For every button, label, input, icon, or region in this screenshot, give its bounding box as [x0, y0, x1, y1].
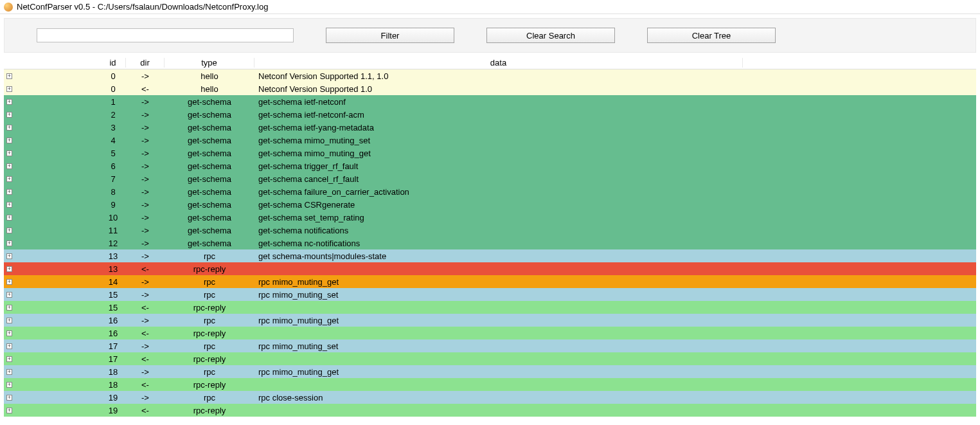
cell-id: 0 — [100, 84, 126, 94]
expand-toggle[interactable]: + — [4, 318, 100, 323]
expand-toggle[interactable]: + — [4, 266, 100, 272]
expand-toggle[interactable]: + — [4, 202, 100, 208]
cell-id: 17 — [100, 354, 126, 364]
table-row[interactable]: +12->get-schemaget-schema nc-notificatio… — [4, 237, 976, 249]
cell-type: get-schema — [165, 200, 254, 210]
cell-dir: -> — [126, 71, 165, 81]
expand-toggle[interactable]: + — [4, 112, 100, 118]
cell-data: get-schema cancel_rf_fault — [254, 174, 743, 184]
cell-data: rpc close-session — [254, 393, 743, 402]
expand-toggle[interactable]: + — [4, 73, 100, 79]
expand-toggle[interactable]: + — [4, 138, 100, 143]
cell-id: 16 — [100, 329, 126, 338]
cell-type: get-schema — [165, 161, 254, 171]
expand-toggle[interactable]: + — [4, 176, 100, 182]
table-row[interactable]: +18->rpcrpc mimo_muting_get — [4, 365, 976, 378]
expand-toggle[interactable]: + — [4, 86, 100, 92]
table-row[interactable]: +13<-rpc-reply — [4, 262, 976, 275]
cell-data: get-schema ietf-netconf — [254, 97, 743, 107]
table-row[interactable]: +17<-rpc-reply — [4, 352, 976, 365]
cell-dir: -> — [126, 123, 165, 132]
table-row[interactable]: +2->get-schemaget-schema ietf-netconf-ac… — [4, 108, 976, 121]
expand-toggle[interactable]: + — [4, 369, 100, 375]
expand-toggle[interactable]: + — [4, 330, 100, 336]
expand-toggle[interactable]: + — [4, 382, 100, 388]
table-row[interactable]: +19<-rpc-reply — [4, 404, 976, 417]
expand-toggle[interactable]: + — [4, 215, 100, 221]
expand-toggle[interactable]: + — [4, 292, 100, 298]
expand-toggle[interactable]: + — [4, 125, 100, 131]
cell-id: 4 — [100, 136, 126, 145]
plus-icon: + — [6, 73, 12, 79]
cell-id: 19 — [100, 393, 126, 402]
plus-icon: + — [6, 356, 12, 362]
plus-icon: + — [6, 292, 12, 298]
cell-type: rpc — [165, 393, 254, 402]
app-icon — [4, 3, 13, 12]
filter-button[interactable]: Filter — [326, 28, 454, 43]
table-row[interactable]: +18<-rpc-reply — [4, 378, 976, 391]
cell-id: 18 — [100, 367, 126, 377]
table-row[interactable]: +5->get-schemaget-schema mimo_muting_get — [4, 147, 976, 159]
expand-toggle[interactable]: + — [4, 279, 100, 285]
plus-icon: + — [6, 382, 12, 388]
cell-type: rpc — [165, 316, 254, 325]
table-row[interactable]: +11->get-schemaget-schema notifications — [4, 224, 976, 237]
table-row[interactable]: +17->rpcrpc mimo_muting_set — [4, 339, 976, 352]
cell-id: 9 — [100, 200, 126, 210]
cell-type: rpc — [165, 290, 254, 300]
cell-dir: <- — [126, 84, 165, 94]
table-row[interactable]: +9->get-schemaget-schema CSRgenerate — [4, 198, 976, 211]
table-row[interactable]: +1->get-schemaget-schema ietf-netconf — [4, 95, 976, 108]
plus-icon: + — [6, 305, 12, 311]
expand-toggle[interactable]: + — [4, 163, 100, 169]
cell-id: 15 — [100, 290, 126, 300]
col-type: type — [165, 58, 254, 68]
expand-toggle[interactable]: + — [4, 343, 100, 349]
cell-type: rpc — [165, 367, 254, 377]
table-row[interactable]: +6->get-schemaget-schema trigger_rf_faul… — [4, 159, 976, 172]
search-input[interactable] — [37, 28, 294, 42]
table-row[interactable]: +13->rpcget schema-mounts|modules-state — [4, 249, 976, 262]
table-row[interactable]: +19->rpcrpc close-session — [4, 391, 976, 404]
expand-toggle[interactable]: + — [4, 228, 100, 233]
table-row[interactable]: +10->get-schemaget-schema set_temp_ratin… — [4, 211, 976, 224]
expand-toggle[interactable]: + — [4, 356, 100, 362]
expand-toggle[interactable]: + — [4, 408, 100, 413]
plus-icon: + — [6, 369, 12, 375]
table-row[interactable]: +15<-rpc-reply — [4, 301, 976, 314]
table-row[interactable]: +7->get-schemaget-schema cancel_rf_fault — [4, 172, 976, 185]
cell-dir: -> — [126, 239, 165, 248]
table-row[interactable]: +3->get-schemaget-schema ietf-yang-metad… — [4, 121, 976, 134]
cell-type: get-schema — [165, 213, 254, 222]
clear-search-button[interactable]: Clear Search — [486, 28, 615, 43]
table-row[interactable]: +14->rpcrpc mimo_muting_get — [4, 275, 976, 288]
table-row[interactable]: +0<-helloNetconf Version Supported 1.0 — [4, 82, 976, 95]
table-row[interactable]: +16->rpcrpc mimo_muting_get — [4, 314, 976, 327]
cell-data: get-schema failure_on_carrier_activation — [254, 187, 743, 197]
cell-id: 7 — [100, 174, 126, 184]
expand-toggle[interactable]: + — [4, 240, 100, 246]
expand-toggle[interactable]: + — [4, 99, 100, 105]
expand-toggle[interactable]: + — [4, 189, 100, 195]
cell-dir: <- — [126, 264, 165, 274]
table-row[interactable]: +0->helloNetconf Version Supported 1.1, … — [4, 69, 976, 82]
cell-dir: -> — [126, 290, 165, 300]
table-row[interactable]: +8->get-schemaget-schema failure_on_carr… — [4, 185, 976, 198]
expand-toggle[interactable]: + — [4, 253, 100, 259]
expand-toggle[interactable]: + — [4, 395, 100, 401]
expand-toggle[interactable]: + — [4, 150, 100, 156]
cell-dir: -> — [126, 277, 165, 287]
plus-icon: + — [6, 112, 12, 118]
cell-dir: <- — [126, 303, 165, 312]
cell-id: 10 — [100, 213, 126, 222]
expand-toggle[interactable]: + — [4, 305, 100, 311]
cell-dir: -> — [126, 161, 165, 171]
table-row[interactable]: +16<-rpc-reply — [4, 327, 976, 339]
clear-tree-button[interactable]: Clear Tree — [647, 28, 776, 43]
table-row[interactable]: +15->rpcrpc mimo_muting_set — [4, 288, 976, 301]
table-row[interactable]: +4->get-schemaget-schema mimo_muting_set — [4, 134, 976, 147]
toolbar: Filter Clear Search Clear Tree — [4, 18, 976, 53]
cell-dir: -> — [126, 393, 165, 402]
plus-icon: + — [6, 163, 12, 169]
